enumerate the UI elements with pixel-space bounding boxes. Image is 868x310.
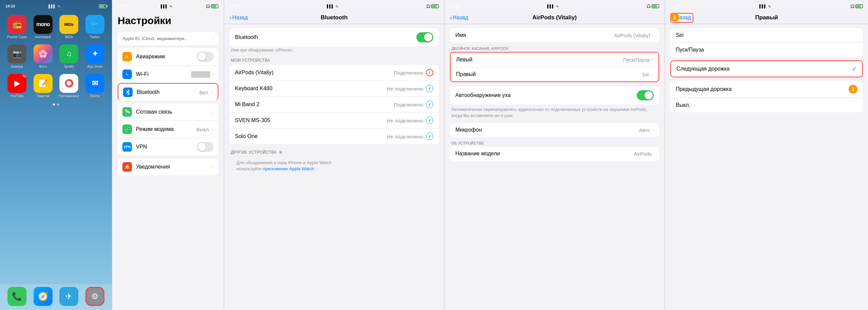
app-twitter[interactable]: 🐦 Twitter [85,15,105,39]
options-container: Siri Пуск/Пауза Следующая дорожка ✓ Пред… [665,28,868,112]
settings-row-cellular[interactable]: 📡 Сотовая связь › [118,103,218,121]
settings-row-wifi[interactable]: ∿ Wi-Fi ●●●●● › [118,66,218,83]
bt-device-sven[interactable]: SVEN MS-305 Не подключено i [230,113,439,129]
airpods-info-button[interactable]: i [426,69,433,76]
app-monobank[interactable]: mono monobank [33,15,54,39]
other-devices-header: ДРУГИЕ УСТРОЙСТВА ✳ [224,144,444,157]
status-bar: 14:10 ▌▌▌ ∿ 🎧 [112,0,224,11]
home-screen: 14:10 ▌▌▌ ∿ 🎧 📻 Pocket Casts mono monoba… [0,0,112,310]
right-ear-row[interactable]: Правый Siri › [451,67,658,81]
settings-row-airplane[interactable]: ✈ Авиарежим [118,48,218,66]
option-off[interactable]: Выкл. [670,98,863,112]
back-button[interactable]: ‹ Назад [230,14,248,21]
phone-icon: 📞 [12,292,22,301]
signal-icon: ▌▌▌ [327,4,334,8]
apple-id-row[interactable]: Apple ID, iCloud, медиаматери... › [118,32,218,45]
auto-ear-row[interactable]: Автообнаружение уха [450,86,659,104]
bt-device-miband[interactable]: Mi Band 2 Подключено i [230,97,439,113]
other-devices-text: Для объединения в пару iPhone и Apple Wa… [224,157,444,175]
settings-row-hotspot[interactable]: 🔗 Режим модема Выкл. › [118,121,218,138]
app-notes[interactable]: 📝 Заметки [33,74,54,98]
wifi-value: ●●●●● [191,71,210,78]
bt-device-solo[interactable]: Solo One Не подключено i [230,129,439,144]
app-icon-img: 🐦 [85,15,104,34]
dock-settings[interactable]: ⚙ [85,287,104,306]
cellular-icon: 📡 [122,107,132,117]
option-list-bottom: Предыдущая дорожка 1 Выкл. [670,81,863,112]
double-tap-header: ДВОЙНОЕ КАСАНИЕ AIRPODS [445,42,665,52]
vpn-icon: VPN [122,142,132,152]
airplane-toggle[interactable] [197,52,214,62]
app-youtube[interactable]: ▶ 4 YouTube [7,74,27,98]
app-imdb[interactable]: IMDb IMDb [59,15,79,39]
other-devices-loader: ДРУГИЕ УСТРОЙСТВА ✳ [231,150,437,155]
auto-ear-description: Автоматически перенаправлять аудиосигнал… [445,104,665,123]
solo-info-button[interactable]: i [426,133,433,140]
app-icon-img: 📻 [7,15,26,34]
bt-device-airpods[interactable]: AirPods (Vitaliy) Подключено i [230,65,439,81]
app-appstore[interactable]: ✦ App Store [85,44,105,69]
app-pocket-casts[interactable]: 📻 Pocket Casts [7,15,27,39]
dock-telegram[interactable]: ✈ [59,287,78,306]
bluetooth-toggle[interactable] [416,32,433,42]
app-label: Заметки [37,94,50,98]
option-playpause[interactable]: Пуск/Пауза [670,43,863,57]
app-mail[interactable]: ✉ Почта [85,74,105,98]
device-name: Keyboard K480 [235,85,387,92]
nav-title: AirPods (Vitaliy) [532,14,577,21]
settings-row-bluetooth[interactable]: ✕ Bluetooth Вкл. › [118,83,218,101]
auto-ear-toggle[interactable] [637,90,654,100]
model-row[interactable]: Название модели AirPods [450,147,659,161]
app-photos[interactable]: 🌸 Фото [33,44,54,69]
signal-icon: ▌▌▌ [48,4,56,8]
miband-info-button[interactable]: i [426,101,433,108]
headphone-icon: 🎧 [94,4,98,8]
dock-safari[interactable]: 🧭 [34,287,53,306]
app-spotify[interactable]: ♫ Spotify [59,44,79,69]
app-label: Фото [39,65,47,69]
status-bar: 17:01 ▌▌▌ ∿ 🎧 [445,0,665,11]
app-reminders[interactable]: ⭕ Напоминания [59,74,79,98]
telegram-icon: ✈ [65,292,72,301]
sven-info-button[interactable]: i [426,117,433,124]
app-icon-img: ⭕ [59,74,78,93]
wifi-icon: ∿ [556,4,559,8]
status-time: 14:10 [5,4,15,8]
nav-title: Bluetooth [321,14,348,21]
bluetooth-icon: ✕ [123,88,133,97]
airpods-screen: 17:01 ▌▌▌ ∿ 🎧 ‹ Назад AirPods (Vitaliy) … [444,0,665,310]
headphone-icon: 🎧 [426,4,430,8]
option-prev-track[interactable]: Предыдущая дорожка 1 [670,81,863,98]
back-button[interactable]: ‹ Назад [450,14,468,21]
chevron-left-icon: ‹ [450,14,452,21]
status-right: 🎧 [426,4,439,8]
chevron-right-icon: › [652,57,653,62]
chevron-right-icon: › [212,72,214,77]
dock: 📞 🧭 ✈ ⚙ [0,284,112,310]
vpn-toggle[interactable] [197,142,214,152]
bt-device-keyboard[interactable]: Keyboard K480 Не подключено i [230,81,439,97]
option-next-track[interactable]: Следующая дорожка ✓ [671,61,862,77]
device-name: SVEN MS-305 [235,117,387,123]
mic-row[interactable]: Микрофон Авто › [450,123,659,137]
option-siri[interactable]: Siri [670,28,863,43]
app-camera[interactable]: 📷 Камера [7,44,27,69]
option-next-track-highlighted[interactable]: Следующая дорожка ✓ [670,60,863,77]
app-label: Камера [11,65,23,69]
nav-bar: ‹ Назад Bluetooth [224,11,444,24]
settings-row-notifications[interactable]: 🔔 Уведомления › [118,158,218,175]
mic-section: Микрофон Авто › [450,123,659,137]
back-label: Назад [453,15,468,21]
bluetooth-main-row[interactable]: Bluetooth [230,28,439,46]
settings-row-vpn[interactable]: VPN VPN [118,138,218,156]
step-1-badge: 1 [849,85,857,94]
apple-watch-link[interactable]: приложение Apple Watch [263,166,314,171]
keyboard-info-button[interactable]: i [426,85,433,92]
left-ear-row[interactable]: Левый Пуск/Пауза › [451,53,658,67]
notifications-icon: 🔔 [122,162,132,172]
youtube-badge: 4 [23,74,26,77]
dock-phone[interactable]: 📞 [7,287,26,306]
device-status: Не подключено [387,118,423,123]
app-icon-img: ▶ 4 [7,74,26,93]
name-row[interactable]: Имя AirPods (Vitaliy) › [450,28,659,42]
